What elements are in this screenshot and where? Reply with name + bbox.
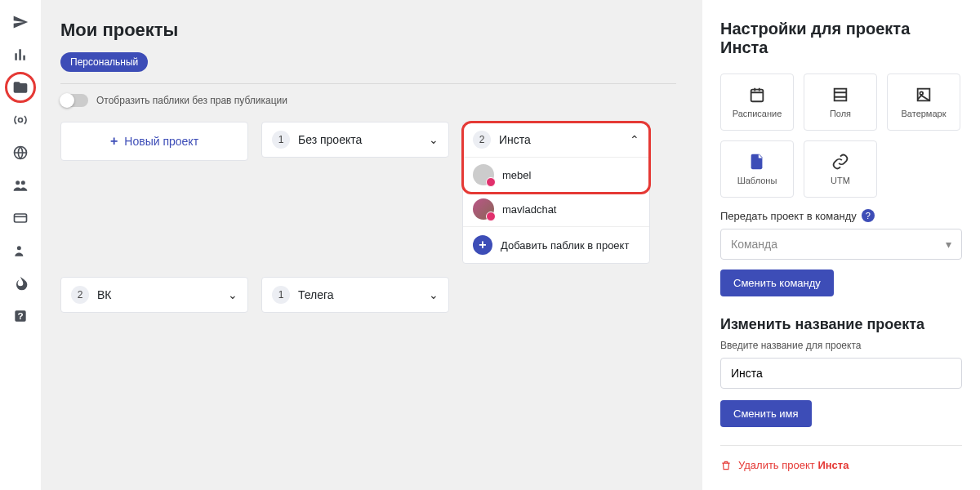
divider (60, 83, 676, 84)
public-row[interactable]: mebel (463, 158, 649, 192)
tile-templates[interactable]: Шаблоны (720, 140, 794, 198)
project-body: mebel mavladchat + Добавить паблик в про… (463, 157, 649, 263)
chevron-down-icon: ⌄ (429, 288, 439, 301)
svg-rect-9 (835, 89, 847, 101)
team-select[interactable]: Команда ▾ (720, 229, 962, 260)
add-user-icon[interactable] (7, 237, 34, 265)
tile-label: Ватермарк (902, 109, 947, 118)
trending-icon[interactable] (7, 270, 34, 297)
project-card-vk: 2 ВК ⌄ (60, 277, 248, 313)
toggle-row: Отобразить паблики без прав публикации (60, 94, 676, 107)
team-select-placeholder: Команда (731, 238, 777, 251)
new-project-button[interactable]: + Новый проект (60, 122, 248, 161)
tile-fields[interactable]: Поля (804, 74, 877, 131)
publics-rights-toggle[interactable] (60, 94, 88, 107)
send-icon[interactable] (7, 8, 34, 36)
tile-label: Расписание (733, 109, 782, 118)
project-name: Телега (298, 288, 429, 301)
svg-rect-8 (751, 90, 764, 102)
rename-input[interactable] (720, 358, 962, 389)
add-public-row[interactable]: + Добавить паблик в проект (463, 226, 649, 263)
settings-panel: Настройки для проекта Инста Расписание П… (702, 0, 980, 490)
svg-point-3 (21, 180, 25, 185)
page-title: Мои проекты (60, 20, 676, 41)
public-row[interactable]: mavladchat (463, 192, 649, 226)
settings-title-project: Инста (720, 38, 768, 56)
svg-text:?: ? (17, 310, 23, 321)
project-count: 2 (71, 286, 89, 304)
team-section-label: Передать проект в команду ? (720, 209, 962, 222)
tile-label: Поля (830, 109, 851, 118)
svg-point-5 (17, 246, 21, 250)
svg-rect-4 (15, 214, 27, 222)
globe-icon[interactable] (7, 139, 34, 167)
settings-title-prefix: Настройки для проекта (720, 20, 910, 38)
chevron-up-icon: ⌃ (630, 133, 639, 146)
projects-grid: + Новый проект 1 Без проекта ⌄ 2 Инста ⌃… (60, 122, 676, 313)
help-icon[interactable]: ? (7, 302, 34, 330)
users-icon[interactable] (7, 172, 34, 199)
main-column: Мои проекты Персональный Отобразить пабл… (41, 0, 702, 490)
chevron-down-icon: ⌄ (429, 133, 439, 146)
public-name: mavladchat (502, 203, 556, 216)
tile-label: Шаблоны (737, 176, 777, 185)
plus-icon: + (110, 134, 118, 149)
add-public-label: Добавить паблик в проект (501, 239, 629, 252)
project-name: Без проекта (298, 133, 429, 146)
change-team-button[interactable]: Сменить команду (720, 270, 834, 296)
svg-point-11 (920, 91, 923, 95)
team-label-text: Передать проект в команду (720, 210, 857, 222)
tile-utm[interactable]: UTM (804, 140, 877, 198)
project-header[interactable]: 1 Телега ⌄ (262, 278, 448, 312)
help-tooltip-icon[interactable]: ? (862, 209, 875, 222)
plus-circle-icon: + (473, 235, 492, 255)
toggle-label: Отобразить паблики без прав публикации (96, 95, 287, 106)
avatar (473, 198, 494, 220)
settings-tiles: Расписание Поля Ватермарк Шаблоны UTM (720, 74, 962, 198)
analytics-icon[interactable] (7, 41, 34, 69)
rename-button[interactable]: Сменить имя (720, 400, 812, 427)
project-count: 1 (272, 131, 290, 149)
svg-point-2 (16, 180, 20, 185)
tile-watermark[interactable]: Ватермарк (887, 74, 960, 131)
tile-label: UTM (831, 176, 850, 185)
folder-icon[interactable] (7, 74, 34, 101)
broadcast-icon[interactable] (7, 106, 34, 134)
project-card-no-project: 1 Без проекта ⌄ (261, 122, 449, 158)
trash-icon (720, 460, 732, 471)
tile-schedule[interactable]: Расписание (720, 74, 794, 131)
delete-text: Удалить проект Инста (738, 459, 849, 471)
divider (720, 445, 962, 446)
settings-title: Настройки для проекта Инста (720, 20, 962, 57)
instagram-badge-icon (486, 212, 496, 221)
project-header[interactable]: 2 ВК ⌄ (61, 278, 247, 312)
project-header[interactable]: 1 Без проекта ⌄ (262, 122, 448, 157)
rename-field-label: Введите название для проекта (720, 340, 962, 351)
public-name: mebel (502, 169, 531, 181)
project-name: ВК (97, 288, 228, 301)
dropdown-caret-icon: ▾ (946, 238, 951, 251)
project-card-insta: 2 Инста ⌃ mebel mavladchat + Добавить па… (462, 122, 650, 264)
project-count: 1 (272, 286, 290, 304)
instagram-badge-icon (486, 177, 496, 187)
avatar (473, 164, 494, 185)
card-icon[interactable] (7, 204, 34, 232)
left-sidebar: ? (0, 0, 41, 490)
project-name: Инста (499, 133, 630, 146)
svg-point-0 (19, 118, 23, 122)
project-card-telega: 1 Телега ⌄ (261, 277, 449, 313)
new-project-label: Новый проект (124, 135, 198, 148)
personal-badge[interactable]: Персональный (60, 52, 148, 72)
delete-project-link[interactable]: Удалить проект Инста (720, 459, 962, 471)
chevron-down-icon: ⌄ (228, 288, 238, 301)
rename-title: Изменить название проекта (720, 316, 962, 333)
project-count: 2 (473, 131, 491, 149)
project-header[interactable]: 2 Инста ⌃ (463, 122, 649, 157)
